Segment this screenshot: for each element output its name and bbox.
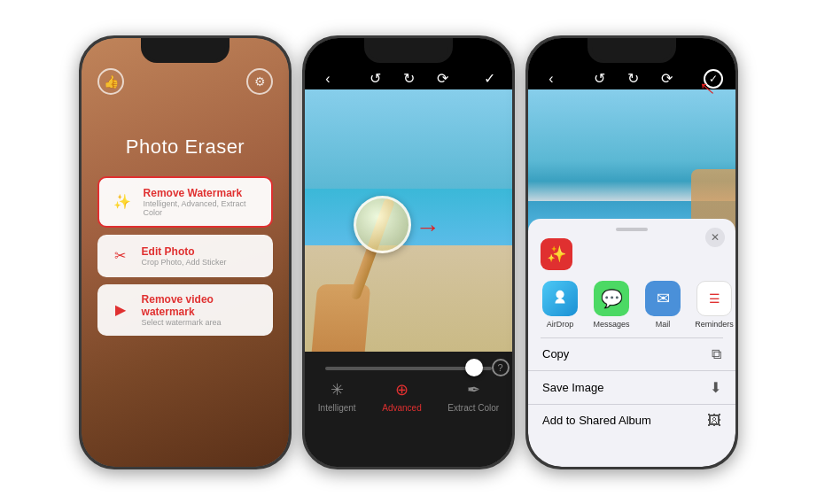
airdrop-icon bbox=[542, 281, 578, 316]
mail-icon: ✉ bbox=[645, 281, 681, 316]
menu-text-watermark: Remove Watermark Intelligent, Advanced, … bbox=[144, 187, 261, 217]
phone2-tabs: ✳ Intelligent ⊕ Advanced ✒ Extract Color bbox=[305, 380, 512, 413]
tab-intelligent[interactable]: ✳ Intelligent bbox=[318, 380, 356, 413]
share-app-messages[interactable]: 💬 Messages bbox=[592, 281, 631, 329]
phone3-undo-icon[interactable]: ↺ bbox=[588, 68, 610, 89]
phone1-app-title: Photo Eraser bbox=[126, 136, 245, 159]
tab-extract-color[interactable]: ✒ Extract Color bbox=[447, 380, 499, 413]
share-sheet: ✕ ✨ AirDrop 💬 Messages bbox=[528, 219, 735, 467]
tab-advanced[interactable]: ⊕ Advanced bbox=[382, 380, 421, 413]
share-app-reminders[interactable]: ☰ Reminders bbox=[695, 281, 734, 329]
advanced-icon: ⊕ bbox=[395, 380, 408, 399]
phone2-back-icon[interactable]: ‹ bbox=[317, 68, 338, 89]
share-action-copy[interactable]: Copy ⧉ bbox=[528, 338, 735, 371]
app-share-icon: ✨ bbox=[541, 238, 572, 270]
menu-item-edit-photo[interactable]: ✂ Edit Photo Crop Photo, Add Sticker bbox=[97, 235, 274, 277]
share-sheet-header: ✨ bbox=[528, 238, 735, 277]
share-app-airdrop[interactable]: AirDrop bbox=[541, 281, 580, 329]
share-app-row: AirDrop 💬 Messages ✉ Mail ☰ Reminders bbox=[528, 277, 735, 337]
phone-2: ‹ ↺ ↻ ⟳ ✓ bbox=[302, 35, 515, 469]
phone1-screen: 👍 ⚙ Photo Eraser ✨ Remove Watermark Inte… bbox=[82, 38, 289, 467]
phone2-notch bbox=[369, 38, 448, 61]
menu-icon-watermark: ✨ bbox=[110, 190, 135, 214]
intelligent-icon: ✳ bbox=[331, 380, 344, 399]
phone1-settings-icon[interactable]: ⚙ bbox=[246, 68, 273, 95]
magnifier-circle bbox=[354, 196, 411, 253]
reminders-icon: ☰ bbox=[696, 281, 732, 316]
phone3-rotate-icon[interactable]: ⟳ bbox=[656, 68, 677, 89]
phone2-controls: ? ✳ Intelligent ⊕ Advanced ✒ Extract Col… bbox=[305, 352, 512, 467]
beach-background: ← bbox=[305, 89, 512, 373]
share-action-shared-album[interactable]: Add to Shared Album 🖼 bbox=[528, 405, 735, 437]
phone2-rotate-icon[interactable]: ⟳ bbox=[432, 68, 453, 89]
extract-color-icon: ✒ bbox=[467, 380, 480, 399]
phone2-top-icons: ↺ ↻ ⟳ bbox=[364, 68, 453, 89]
menu-text-video: Remove video watermark Select watermark … bbox=[142, 293, 263, 327]
phone3-back-icon[interactable]: ‹ bbox=[541, 68, 562, 89]
album-icon: 🖼 bbox=[707, 413, 721, 429]
phone-3: ‹ ↺ ↻ ⟳ ✓ ↑ ✕ bbox=[525, 35, 738, 469]
menu-item-remove-watermark[interactable]: ✨ Remove Watermark Intelligent, Advanced… bbox=[97, 176, 274, 228]
phone2-image: ← bbox=[305, 89, 512, 373]
share-action-save-image[interactable]: Save Image ⬇ bbox=[528, 371, 735, 405]
share-sheet-close-button[interactable]: ✕ bbox=[705, 228, 725, 247]
phone2-undo-icon[interactable]: ↺ bbox=[364, 68, 385, 89]
phone3-notch bbox=[592, 38, 672, 61]
menu-text-edit: Edit Photo Crop Photo, Add Sticker bbox=[142, 245, 227, 267]
phone1-thumb-icon[interactable]: 👍 bbox=[97, 68, 124, 95]
phone3-screen: ‹ ↺ ↻ ⟳ ✓ ↑ ✕ bbox=[528, 38, 735, 467]
phone1-topbar: 👍 ⚙ bbox=[82, 68, 289, 95]
messages-icon: 💬 bbox=[594, 281, 629, 316]
phone3-top-icons: ↺ ↻ ⟳ bbox=[588, 68, 677, 89]
menu-icon-edit: ✂ bbox=[108, 244, 133, 268]
phone2-screen: ‹ ↺ ↻ ⟳ ✓ bbox=[305, 38, 512, 467]
save-icon: ⬇ bbox=[710, 379, 721, 396]
phone-1: 👍 ⚙ Photo Eraser ✨ Remove Watermark Inte… bbox=[79, 35, 292, 469]
phone2-topbar: ‹ ↺ ↻ ⟳ ✓ bbox=[305, 68, 512, 89]
phone2-redo-icon[interactable]: ↻ bbox=[398, 68, 419, 89]
red-arrow-phone2: ← bbox=[416, 213, 440, 242]
share-app-mail[interactable]: ✉ Mail bbox=[643, 281, 682, 329]
slider-thumb[interactable] bbox=[465, 359, 483, 376]
phone2-check-icon[interactable]: ✓ bbox=[479, 68, 500, 89]
phones-container: 👍 ⚙ Photo Eraser ✨ Remove Watermark Inte… bbox=[61, 18, 756, 487]
help-icon[interactable]: ? bbox=[492, 359, 510, 376]
phone1-menu: ✨ Remove Watermark Intelligent, Advanced… bbox=[97, 176, 274, 336]
menu-icon-video: ▶ bbox=[108, 298, 133, 322]
phone1-notch bbox=[145, 38, 225, 61]
phone3-redo-icon[interactable]: ↻ bbox=[622, 68, 643, 89]
menu-item-video-watermark[interactable]: ▶ Remove video watermark Select watermar… bbox=[97, 284, 274, 336]
share-sheet-handle bbox=[616, 228, 648, 231]
copy-icon: ⧉ bbox=[712, 346, 721, 362]
